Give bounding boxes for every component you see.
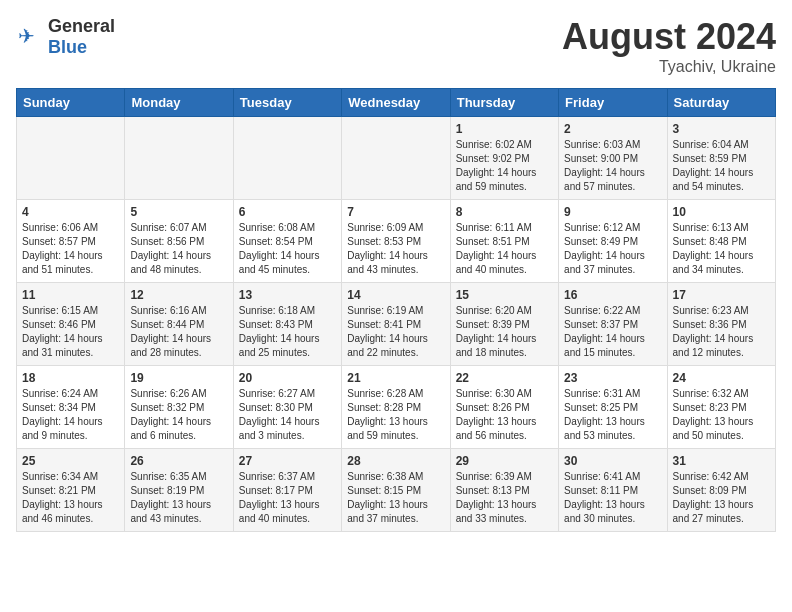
calendar-cell: 23Sunrise: 6:31 AMSunset: 8:25 PMDayligh…: [559, 366, 667, 449]
calendar-cell: 18Sunrise: 6:24 AMSunset: 8:34 PMDayligh…: [17, 366, 125, 449]
day-number: 8: [456, 205, 553, 219]
calendar-cell: 31Sunrise: 6:42 AMSunset: 8:09 PMDayligh…: [667, 449, 775, 532]
day-number: 12: [130, 288, 227, 302]
day-info: Sunrise: 6:27 AMSunset: 8:30 PMDaylight:…: [239, 387, 336, 443]
day-number: 14: [347, 288, 444, 302]
day-number: 26: [130, 454, 227, 468]
calendar-week-row: 18Sunrise: 6:24 AMSunset: 8:34 PMDayligh…: [17, 366, 776, 449]
calendar-cell: 16Sunrise: 6:22 AMSunset: 8:37 PMDayligh…: [559, 283, 667, 366]
header: ✈ General Blue August 2024 Tyachiv, Ukra…: [16, 16, 776, 76]
day-info: Sunrise: 6:35 AMSunset: 8:19 PMDaylight:…: [130, 470, 227, 526]
calendar-cell: 17Sunrise: 6:23 AMSunset: 8:36 PMDayligh…: [667, 283, 775, 366]
calendar-cell: 20Sunrise: 6:27 AMSunset: 8:30 PMDayligh…: [233, 366, 341, 449]
calendar-cell: 15Sunrise: 6:20 AMSunset: 8:39 PMDayligh…: [450, 283, 558, 366]
header-day: Wednesday: [342, 89, 450, 117]
day-number: 19: [130, 371, 227, 385]
day-number: 9: [564, 205, 661, 219]
calendar-cell: 2Sunrise: 6:03 AMSunset: 9:00 PMDaylight…: [559, 117, 667, 200]
day-info: Sunrise: 6:02 AMSunset: 9:02 PMDaylight:…: [456, 138, 553, 194]
day-number: 25: [22, 454, 119, 468]
day-info: Sunrise: 6:37 AMSunset: 8:17 PMDaylight:…: [239, 470, 336, 526]
calendar-cell: 25Sunrise: 6:34 AMSunset: 8:21 PMDayligh…: [17, 449, 125, 532]
day-number: 21: [347, 371, 444, 385]
day-number: 4: [22, 205, 119, 219]
day-number: 18: [22, 371, 119, 385]
calendar-cell: [233, 117, 341, 200]
day-info: Sunrise: 6:32 AMSunset: 8:23 PMDaylight:…: [673, 387, 770, 443]
day-info: Sunrise: 6:08 AMSunset: 8:54 PMDaylight:…: [239, 221, 336, 277]
day-number: 13: [239, 288, 336, 302]
calendar-cell: 22Sunrise: 6:30 AMSunset: 8:26 PMDayligh…: [450, 366, 558, 449]
calendar-cell: 24Sunrise: 6:32 AMSunset: 8:23 PMDayligh…: [667, 366, 775, 449]
logo-text-general: General: [48, 16, 115, 36]
svg-text:✈: ✈: [18, 25, 35, 47]
day-info: Sunrise: 6:41 AMSunset: 8:11 PMDaylight:…: [564, 470, 661, 526]
day-info: Sunrise: 6:13 AMSunset: 8:48 PMDaylight:…: [673, 221, 770, 277]
calendar-cell: 10Sunrise: 6:13 AMSunset: 8:48 PMDayligh…: [667, 200, 775, 283]
day-info: Sunrise: 6:16 AMSunset: 8:44 PMDaylight:…: [130, 304, 227, 360]
calendar-cell: 13Sunrise: 6:18 AMSunset: 8:43 PMDayligh…: [233, 283, 341, 366]
day-info: Sunrise: 6:11 AMSunset: 8:51 PMDaylight:…: [456, 221, 553, 277]
day-info: Sunrise: 6:19 AMSunset: 8:41 PMDaylight:…: [347, 304, 444, 360]
day-number: 2: [564, 122, 661, 136]
day-info: Sunrise: 6:12 AMSunset: 8:49 PMDaylight:…: [564, 221, 661, 277]
day-info: Sunrise: 6:30 AMSunset: 8:26 PMDaylight:…: [456, 387, 553, 443]
day-info: Sunrise: 6:07 AMSunset: 8:56 PMDaylight:…: [130, 221, 227, 277]
day-number: 28: [347, 454, 444, 468]
logo: ✈ General Blue: [16, 16, 115, 58]
logo-text-blue: Blue: [48, 37, 87, 57]
day-info: Sunrise: 6:31 AMSunset: 8:25 PMDaylight:…: [564, 387, 661, 443]
day-number: 10: [673, 205, 770, 219]
day-info: Sunrise: 6:26 AMSunset: 8:32 PMDaylight:…: [130, 387, 227, 443]
day-number: 31: [673, 454, 770, 468]
calendar-table: SundayMondayTuesdayWednesdayThursdayFrid…: [16, 88, 776, 532]
calendar-cell: 9Sunrise: 6:12 AMSunset: 8:49 PMDaylight…: [559, 200, 667, 283]
day-number: 30: [564, 454, 661, 468]
day-info: Sunrise: 6:23 AMSunset: 8:36 PMDaylight:…: [673, 304, 770, 360]
calendar-cell: 6Sunrise: 6:08 AMSunset: 8:54 PMDaylight…: [233, 200, 341, 283]
subtitle: Tyachiv, Ukraine: [562, 58, 776, 76]
day-number: 5: [130, 205, 227, 219]
calendar-cell: 30Sunrise: 6:41 AMSunset: 8:11 PMDayligh…: [559, 449, 667, 532]
calendar-week-row: 11Sunrise: 6:15 AMSunset: 8:46 PMDayligh…: [17, 283, 776, 366]
calendar-cell: 11Sunrise: 6:15 AMSunset: 8:46 PMDayligh…: [17, 283, 125, 366]
day-number: 17: [673, 288, 770, 302]
calendar-header: SundayMondayTuesdayWednesdayThursdayFrid…: [17, 89, 776, 117]
calendar-week-row: 25Sunrise: 6:34 AMSunset: 8:21 PMDayligh…: [17, 449, 776, 532]
calendar-cell: 7Sunrise: 6:09 AMSunset: 8:53 PMDaylight…: [342, 200, 450, 283]
day-info: Sunrise: 6:22 AMSunset: 8:37 PMDaylight:…: [564, 304, 661, 360]
header-day: Saturday: [667, 89, 775, 117]
day-info: Sunrise: 6:24 AMSunset: 8:34 PMDaylight:…: [22, 387, 119, 443]
header-day: Tuesday: [233, 89, 341, 117]
calendar-cell: 4Sunrise: 6:06 AMSunset: 8:57 PMDaylight…: [17, 200, 125, 283]
day-info: Sunrise: 6:20 AMSunset: 8:39 PMDaylight:…: [456, 304, 553, 360]
calendar-cell: [342, 117, 450, 200]
day-number: 6: [239, 205, 336, 219]
day-info: Sunrise: 6:04 AMSunset: 8:59 PMDaylight:…: [673, 138, 770, 194]
header-day: Sunday: [17, 89, 125, 117]
day-info: Sunrise: 6:39 AMSunset: 8:13 PMDaylight:…: [456, 470, 553, 526]
day-number: 24: [673, 371, 770, 385]
logo-icon: ✈: [16, 23, 44, 51]
day-number: 11: [22, 288, 119, 302]
calendar-cell: [125, 117, 233, 200]
day-number: 16: [564, 288, 661, 302]
calendar-cell: 8Sunrise: 6:11 AMSunset: 8:51 PMDaylight…: [450, 200, 558, 283]
day-number: 29: [456, 454, 553, 468]
day-info: Sunrise: 6:06 AMSunset: 8:57 PMDaylight:…: [22, 221, 119, 277]
calendar-cell: 5Sunrise: 6:07 AMSunset: 8:56 PMDaylight…: [125, 200, 233, 283]
calendar-cell: 3Sunrise: 6:04 AMSunset: 8:59 PMDaylight…: [667, 117, 775, 200]
header-day: Monday: [125, 89, 233, 117]
calendar-cell: 1Sunrise: 6:02 AMSunset: 9:02 PMDaylight…: [450, 117, 558, 200]
title-area: August 2024 Tyachiv, Ukraine: [562, 16, 776, 76]
calendar-body: 1Sunrise: 6:02 AMSunset: 9:02 PMDaylight…: [17, 117, 776, 532]
calendar-cell: 19Sunrise: 6:26 AMSunset: 8:32 PMDayligh…: [125, 366, 233, 449]
day-info: Sunrise: 6:15 AMSunset: 8:46 PMDaylight:…: [22, 304, 119, 360]
day-info: Sunrise: 6:18 AMSunset: 8:43 PMDaylight:…: [239, 304, 336, 360]
day-info: Sunrise: 6:38 AMSunset: 8:15 PMDaylight:…: [347, 470, 444, 526]
day-number: 7: [347, 205, 444, 219]
calendar-cell: 28Sunrise: 6:38 AMSunset: 8:15 PMDayligh…: [342, 449, 450, 532]
calendar-cell: [17, 117, 125, 200]
day-number: 27: [239, 454, 336, 468]
calendar-cell: 27Sunrise: 6:37 AMSunset: 8:17 PMDayligh…: [233, 449, 341, 532]
